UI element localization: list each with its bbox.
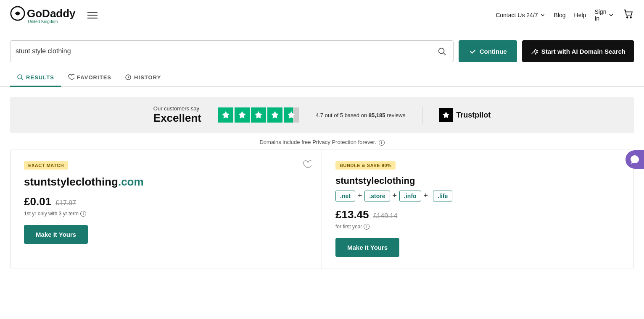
star-2 [235, 107, 250, 123]
logo-region: United Kingdom [28, 19, 58, 24]
hamburger-menu[interactable] [84, 8, 101, 22]
heart-outline-icon [302, 160, 311, 169]
price-info-icon-1[interactable]: i [80, 211, 86, 217]
contact-us-label: Contact Us 24/7 [496, 12, 538, 18]
svg-point-3 [438, 48, 444, 54]
tld-plus-2: + [393, 191, 397, 200]
search-input[interactable] [16, 47, 435, 55]
privacy-info-icon[interactable]: i [379, 140, 385, 146]
search-tabs: RESULTS FAVORITES HISTORY [0, 69, 644, 87]
chevron-down-icon [608, 12, 615, 18]
chevron-down-icon [540, 12, 546, 18]
ai-chat-bubble[interactable] [626, 150, 644, 169]
tld-tag-life: .life [433, 191, 452, 201]
domain-tld-1: .com [118, 175, 144, 188]
results-icon [17, 74, 24, 81]
ai-wand-icon [531, 47, 538, 55]
make-it-yours-button-2[interactable]: Make It Yours [335, 238, 399, 257]
help-link[interactable]: Help [574, 12, 586, 18]
results-grid: EXACT MATCH stuntstyleclothing.com £0.01… [10, 149, 634, 269]
bundle-domain-name: stuntstyleclothing [335, 175, 620, 186]
tld-tags: .net + .store + .info + .life [335, 191, 620, 201]
price-orig-1: £17.97 [55, 199, 76, 207]
tab-history-label: HISTORY [134, 74, 161, 81]
continue-button[interactable]: Continue [459, 40, 517, 62]
cart-icon [623, 9, 634, 20]
check-icon [469, 47, 476, 55]
trustpilot-rating-word: Excellent [153, 112, 201, 125]
trustpilot-score-text: 4.7 out of 5 based on 85,185 reviews [316, 112, 405, 118]
bundle-badge: BUNDLE & SAVE 90% [335, 161, 396, 170]
trustpilot-logo: Trustpilot [439, 108, 491, 122]
ai-search-button[interactable]: Start with AI Domain Search [522, 40, 634, 62]
trustpilot-star-icon [439, 108, 453, 122]
godaddy-logo-icon [10, 6, 25, 21]
logo-brand-name: GoDaddy [27, 7, 76, 20]
price-note-1: 1st yr only with 3 yr term i [24, 211, 308, 217]
result-card-bundle: BUNDLE & SAVE 90% stuntstyleclothing .ne… [322, 149, 633, 269]
sign-in-button[interactable]: Sign In [594, 8, 615, 22]
tab-results[interactable]: RESULTS [10, 69, 61, 87]
search-box [10, 40, 454, 62]
tld-plus-1: + [358, 191, 362, 200]
history-icon [125, 74, 132, 81]
price-row-1: £0.01 £17.97 [24, 195, 308, 208]
trustpilot-stars [218, 107, 299, 123]
ai-bubble-icon [630, 154, 640, 165]
blog-link[interactable]: Blog [554, 12, 566, 18]
tld-tag-store: .store [364, 191, 390, 201]
price-note-text-1: 1st yr only with 3 yr term [24, 211, 79, 217]
sign-in-label: Sign In [594, 8, 606, 22]
tab-results-label: RESULTS [26, 74, 54, 81]
search-submit-button[interactable] [435, 45, 448, 58]
price-main-2: £13.45 [335, 208, 369, 221]
header: GoDaddy United Kingdom Contact Us 24/7 B… [0, 0, 644, 30]
bundle-domain-base: stuntstyleclothing [335, 175, 415, 186]
price-note-text-2: for first year [335, 224, 362, 230]
svg-point-2 [630, 17, 631, 18]
trustpilot-score: 4.7 out of 5 based on 85,185 reviews [316, 112, 405, 118]
cart-button[interactable] [623, 9, 634, 21]
svg-line-6 [21, 78, 23, 80]
price-orig-2: £149.14 [373, 212, 398, 220]
make-it-yours-button-1[interactable]: Make It Yours [24, 225, 88, 244]
exact-match-badge: EXACT MATCH [24, 161, 68, 170]
svg-point-5 [18, 75, 22, 79]
trustpilot-banner: Our customers say Excellent 4.7 out of 5… [10, 97, 634, 133]
search-section: Continue Start with AI Domain Search [0, 30, 644, 62]
svg-point-1 [627, 17, 628, 18]
ai-search-label: Start with AI Domain Search [541, 48, 626, 55]
star-5-half [284, 107, 299, 123]
tld-tag-net: .net [335, 191, 355, 201]
tab-history[interactable]: HISTORY [118, 69, 168, 87]
tab-favorites-label: FAVORITES [77, 74, 111, 81]
tld-tag-info: .info [399, 191, 421, 201]
result-card-exact: EXACT MATCH stuntstyleclothing.com £0.01… [11, 149, 322, 269]
continue-label: Continue [480, 48, 507, 55]
logo-text: GoDaddy [10, 6, 76, 21]
price-main-1: £0.01 [24, 195, 51, 208]
tab-favorites[interactable]: FAVORITES [61, 69, 118, 87]
logo[interactable]: GoDaddy United Kingdom [10, 6, 76, 24]
svg-line-4 [443, 53, 446, 55]
domain-name-1: stuntstyleclothing.com [24, 175, 308, 188]
star-1 [218, 107, 233, 123]
price-note-2: for first year i [335, 224, 620, 230]
domain-base-1: stuntstyleclothing [24, 175, 118, 188]
heart-icon [68, 74, 74, 81]
customers-say-label: Our customers say [153, 105, 201, 112]
trustpilot-left: Our customers say Excellent [153, 105, 201, 125]
price-row-2: £13.45 £149.14 [335, 208, 620, 221]
star-3 [251, 107, 266, 123]
price-info-icon-2[interactable]: i [364, 224, 370, 230]
star-4 [267, 107, 282, 123]
trustpilot-logo-label: Trustpilot [456, 111, 491, 120]
header-left: GoDaddy United Kingdom [10, 6, 101, 24]
header-right: Contact Us 24/7 Blog Help Sign In [496, 8, 634, 22]
favorite-button-1[interactable] [301, 158, 313, 172]
privacy-note-text: Domains include free Privacy Protection … [259, 139, 376, 145]
contact-us-link[interactable]: Contact Us 24/7 [496, 12, 545, 18]
privacy-note: Domains include free Privacy Protection … [0, 139, 644, 146]
trustpilot-divider [422, 107, 422, 123]
tld-plus-3: + [424, 191, 428, 200]
